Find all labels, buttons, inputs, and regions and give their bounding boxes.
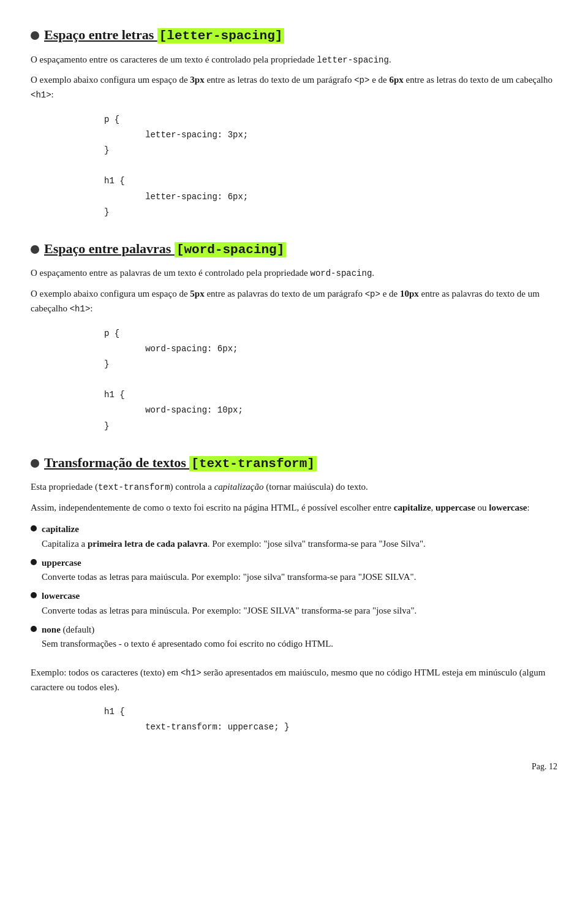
code-line-w2: word-spacing: 6px; <box>104 341 557 357</box>
list-item-content-none: none (default) Sem transformações - o te… <box>42 623 557 652</box>
transform-list: capitalize Capitaliza a primeira letra d… <box>31 522 557 651</box>
term-none: none <box>42 625 61 634</box>
code-line: letter-spacing: 6px; <box>104 189 557 205</box>
term-lowercase: lowercase <box>42 591 80 601</box>
heading-text-3: Transformação de textos [text-transform] <box>44 452 317 474</box>
letter-spacing-heading: Espaço entre letras [letter-spacing] <box>31 25 557 47</box>
heading-highlight: [letter-spacing] <box>157 28 285 44</box>
letter-spacing-code: p { letter-spacing: 3px; } h1 { letter-s… <box>104 112 557 220</box>
code-line-w6: word-spacing: 10px; <box>104 403 557 418</box>
heading-highlight-2: [word-spacing] <box>175 242 286 257</box>
list-bullet-uppercase <box>31 559 37 565</box>
text-transform-section: Transformação de textos [text-transform]… <box>31 452 557 736</box>
code-line-w4 <box>104 372 557 387</box>
desc-uppercase: Converte todas as letras para maiúscula.… <box>42 572 416 582</box>
list-item-capitalize: capitalize Capitaliza a primeira letra d… <box>31 522 557 551</box>
word-spacing-heading: Espaço entre palavras [word-spacing] <box>31 238 557 261</box>
bullet-icon <box>31 31 39 40</box>
code-line: h1 { <box>104 173 557 189</box>
code-line <box>104 158 557 173</box>
heading-text-2: Espaço entre palavras [word-spacing] <box>44 238 286 261</box>
code-line-w5: h1 { <box>104 387 557 403</box>
term-none-suffix: (default) <box>61 625 94 634</box>
code-line: p { <box>104 112 557 127</box>
code-line-w7: } <box>104 419 557 434</box>
code-line: } <box>104 205 557 220</box>
text-transform-intro2: Assim, independentemente de como o texto… <box>31 501 557 515</box>
desc-none: Sem transformações - o texto é apresenta… <box>42 639 333 649</box>
code-line-w1: p { <box>104 326 557 341</box>
text-transform-intro1: Esta propriedade (text-transform) contro… <box>31 480 557 495</box>
text-transform-code: h1 { text-transform: uppercase; } <box>104 704 557 735</box>
list-item-lowercase: lowercase Converte todas as letras para … <box>31 589 557 618</box>
word-spacing-section: Espaço entre palavras [word-spacing] O e… <box>31 238 557 434</box>
list-item-content-lowercase: lowercase Converte todas as letras para … <box>42 589 557 618</box>
list-item-content-uppercase: uppercase Converte todas as letras para … <box>42 556 557 585</box>
list-bullet-lowercase <box>31 592 37 598</box>
bullet-icon-3 <box>31 459 39 468</box>
list-item-uppercase: uppercase Converte todas as letras para … <box>31 556 557 585</box>
bullet-icon-2 <box>31 245 39 254</box>
code-line-t1: h1 { <box>104 704 557 720</box>
code-line: letter-spacing: 3px; <box>104 127 557 143</box>
list-bullet-none <box>31 626 37 632</box>
letter-spacing-desc: O exemplo abaixo configura um espaço de … <box>31 73 557 102</box>
heading-underline-text: Espaço entre letras <box>44 27 157 42</box>
letter-spacing-intro: O espaçamento entre os caracteres de um … <box>31 53 557 67</box>
word-spacing-code: p { word-spacing: 6px; } h1 { word-spaci… <box>104 326 557 434</box>
term-uppercase: uppercase <box>42 558 81 568</box>
heading-underline-text-2: Espaço entre palavras <box>44 241 175 256</box>
term-capitalize: capitalize <box>42 524 79 534</box>
text-transform-example: Exemplo: todos os caracteres (texto) em … <box>31 666 557 694</box>
word-spacing-desc: O exemplo abaixo configura um espaço de … <box>31 287 557 316</box>
page-number: Pag. 12 <box>31 760 557 774</box>
heading-highlight-3: [text-transform] <box>189 456 317 471</box>
list-item-content-capitalize: capitalize Capitaliza a primeira letra d… <box>42 522 557 551</box>
heading-underline-text-3: Transformação de textos <box>44 455 189 470</box>
code-line-w3: } <box>104 357 557 372</box>
desc-capitalize: Capitaliza a primeira letra de cada pala… <box>42 539 426 549</box>
code-line-t2: text-transform: uppercase; } <box>104 720 557 735</box>
code-line: } <box>104 143 557 158</box>
desc-lowercase: Converte todas as letras para minúscula.… <box>42 606 417 615</box>
list-bullet-capitalize <box>31 525 37 531</box>
letter-spacing-section: Espaço entre letras [letter-spacing] O e… <box>31 25 557 220</box>
word-spacing-intro: O espaçamento entre as palavras de um te… <box>31 266 557 281</box>
heading-text: Espaço entre letras [letter-spacing] <box>44 25 284 47</box>
list-item-none: none (default) Sem transformações - o te… <box>31 623 557 652</box>
text-transform-heading: Transformação de textos [text-transform] <box>31 452 557 474</box>
